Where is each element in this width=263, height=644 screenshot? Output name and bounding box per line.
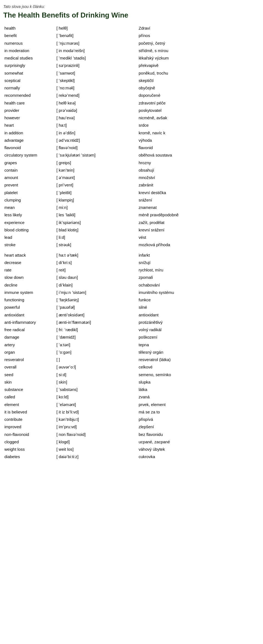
vocab-translation: zdravotní péče bbox=[138, 99, 260, 107]
vocab-row: normally[ ˈno:məli]obyčejně bbox=[3, 84, 260, 92]
vocab-phonetic: [ flavəˈnoid] bbox=[55, 144, 138, 151]
vocab-row: weight loss[ weit los]váhový úbytek bbox=[3, 446, 260, 453]
vocab-translation: krevní destička bbox=[138, 189, 260, 196]
vocab-translation: bez flavonidu bbox=[138, 431, 260, 438]
vocab-translation: funkce bbox=[138, 296, 260, 303]
vocab-translation: celkové bbox=[138, 363, 260, 371]
vocab-word: slow down bbox=[3, 274, 55, 281]
vocab-row: decline[ diˈklain]ochabování bbox=[3, 281, 260, 289]
vocab-row: diabetes[ daiəˈbi:ti:z]cukrovka bbox=[3, 453, 260, 460]
vocab-row: surprisingly[ səˈpraizinli]překvapivě bbox=[3, 62, 260, 69]
vocab-translation: resveratrol (látka) bbox=[138, 356, 260, 363]
vocab-word: health bbox=[3, 24, 55, 32]
vocab-word: however bbox=[3, 114, 55, 121]
vocab-word: clumping bbox=[3, 196, 55, 204]
vocab-translation: střídmě, s mírou bbox=[138, 47, 260, 54]
vocab-phonetic: [ ko:ld] bbox=[55, 393, 138, 401]
vocab-translation: přispívá bbox=[138, 416, 260, 423]
vocab-phonetic: [ æntiˈoksidənt] bbox=[55, 311, 138, 319]
vocab-row: mean[ mi:n]znamenat bbox=[3, 204, 260, 211]
vocab-row: prevent[ priˈvent]zabránit bbox=[3, 181, 260, 189]
vocab-phonetic: [ rekəˈmend] bbox=[55, 92, 138, 99]
vocab-word: blood clotting bbox=[3, 226, 55, 234]
vocab-word: seed bbox=[3, 371, 55, 378]
vocab-row: artery[ ˈa:təri]tepna bbox=[3, 341, 260, 348]
vocab-word: substance bbox=[3, 386, 55, 393]
vocab-word: functioning bbox=[3, 296, 55, 303]
vocab-row: heart[ ha:t]srdce bbox=[3, 121, 260, 129]
vocab-translation: má se za to bbox=[138, 408, 260, 416]
page-subtitle: Tato slova jsou k článku: bbox=[3, 4, 260, 9]
vocab-translation: látka bbox=[138, 386, 260, 393]
vocab-phonetic: [ mi:n] bbox=[55, 204, 138, 211]
vocab-word: contain bbox=[3, 166, 55, 174]
vocab-row: functioning[ ˈfaŋkšəniŋ]funkce bbox=[3, 296, 260, 303]
vocab-phonetic: [ ˈdæmidž] bbox=[55, 333, 138, 341]
vocab-phonetic: [ ˈno:məli] bbox=[55, 84, 138, 92]
vocab-translation: váhový úbytek bbox=[138, 446, 260, 453]
vocab-translation: zvaná bbox=[138, 393, 260, 401]
vocab-phonetic: [ ədˈva:ntidž] bbox=[55, 137, 138, 144]
vocab-translation: prvek, element bbox=[138, 401, 260, 408]
vocab-word: somewhat bbox=[3, 69, 55, 77]
vocab-phonetic: [ ikˈspiəriəns] bbox=[55, 219, 138, 226]
vocab-row: slow down[ sləu daun]zpomalí bbox=[3, 274, 260, 281]
vocab-phonetic: [ imˈpru:vd] bbox=[55, 423, 138, 430]
vocab-translation: poškození bbox=[138, 333, 260, 341]
vocab-translation: protizánětlivý bbox=[138, 319, 260, 326]
vocab-translation: mozková příhoda bbox=[138, 241, 260, 248]
vocab-row: contribute[ kənˈtribju:t]přispívá bbox=[3, 416, 260, 423]
vocab-phonetic: [ ˈeləmənt] bbox=[55, 401, 138, 408]
vocab-row: health care[ helθ keə]zdravotní péče bbox=[3, 99, 260, 107]
vocab-translation: silné bbox=[138, 303, 260, 311]
vocab-translation: obsahují bbox=[138, 166, 260, 174]
vocab-row: skin[ skin]slupka bbox=[3, 378, 260, 386]
vocab-word: resveratrol bbox=[3, 356, 55, 363]
vocab-phonetic: [ ˈbenəfit] bbox=[55, 32, 138, 39]
vocab-phonetic: [ ˈpauəfəl] bbox=[55, 303, 138, 311]
vocab-phonetic: [ prəˈvaidə] bbox=[55, 107, 138, 114]
vocab-word: less likely bbox=[3, 211, 55, 219]
vocab-phonetic: [ ha:t əˈtæk] bbox=[55, 251, 138, 259]
vocab-phonetic: [ ha:t] bbox=[55, 121, 138, 129]
vocab-row: seed[ si:d]semeno, semínko bbox=[3, 371, 260, 378]
vocab-word: numerous bbox=[3, 39, 55, 47]
vocab-translation: překvapivě bbox=[138, 62, 260, 69]
vocab-row: circulatory system[ ˈsə:kjulətəri ˈsistə… bbox=[3, 151, 260, 159]
vocab-phonetic: [ klogd] bbox=[55, 438, 138, 446]
vocab-phonetic: [ səˈpraizinli] bbox=[55, 62, 138, 69]
vocab-row: overall[ əuvərˈo:l]celkové bbox=[3, 363, 260, 371]
vocab-phonetic: [ si:d] bbox=[55, 371, 138, 378]
vocab-phonetic: [ in əˈdišn] bbox=[55, 129, 138, 137]
vocab-phonetic: [ ˈsamwot] bbox=[55, 69, 138, 77]
vocab-translation: flavonid bbox=[138, 144, 260, 151]
vocab-phonetic: [ ˈfaŋkšəniŋ] bbox=[55, 296, 138, 303]
vocab-word: antioxidant bbox=[3, 311, 55, 319]
vocab-translation: zabránit bbox=[138, 181, 260, 189]
vocab-word: prevent bbox=[3, 181, 55, 189]
vocab-row: health[ helθ]Zdraví bbox=[3, 24, 260, 32]
vocab-word: contribute bbox=[3, 416, 55, 423]
vocab-phonetic: [ helθ keə] bbox=[55, 99, 138, 107]
vocab-translation: slupka bbox=[138, 378, 260, 386]
vocab-phonetic: [ klampiŋ] bbox=[55, 196, 138, 204]
vocab-phonetic: [ it iz biˈli:vd] bbox=[55, 408, 138, 416]
vocab-phonetic: [ ˈsə:kjulətəri ˈsistəm] bbox=[55, 151, 138, 159]
vocab-phonetic: [ diˈklain] bbox=[55, 281, 138, 289]
vocab-translation: ochabování bbox=[138, 281, 260, 289]
vocab-phonetic: [ non flavəˈnoid] bbox=[55, 431, 138, 438]
vocab-word: advantage bbox=[3, 137, 55, 144]
vocab-row bbox=[3, 249, 260, 251]
vocab-word: surprisingly bbox=[3, 62, 55, 69]
vocab-word: damage bbox=[3, 333, 55, 341]
vocab-translation: semeno, semínko bbox=[138, 371, 260, 378]
article-title: The Health Benefits of Drinking Wine bbox=[3, 11, 260, 19]
vocab-translation: srdce bbox=[138, 121, 260, 129]
vocab-word: it is believed bbox=[3, 408, 55, 416]
vocab-translation: Zdraví bbox=[138, 24, 260, 32]
vocab-row: in moderation[ in modəˈreišn]střídmě, s … bbox=[3, 47, 260, 54]
vocab-translation: imunitního systému bbox=[138, 289, 260, 296]
vocab-phonetic: [ ] bbox=[55, 356, 138, 363]
vocab-word: normally bbox=[3, 84, 55, 92]
vocab-phonetic: [ li:d] bbox=[55, 234, 138, 241]
